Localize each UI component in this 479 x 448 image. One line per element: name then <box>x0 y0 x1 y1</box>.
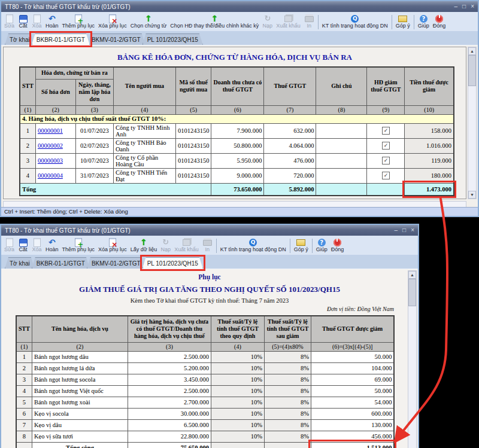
toolbar-button-cat[interactable]: Cắt <box>16 237 30 254</box>
toolbar-button-kt-tinh-trang[interactable]: KT tình trạng hoạt động DN <box>219 237 288 254</box>
cell: ✓ <box>367 123 405 138</box>
refresh-icon <box>262 14 272 23</box>
cell: Kẹo vị sữa tươi <box>32 431 128 442</box>
minimize-button[interactable]: – <box>395 227 398 233</box>
cell: 31/07/2023 <box>75 168 113 183</box>
maximize-button[interactable]: □ <box>462 4 466 10</box>
toolbar-button-in[interactable]: In <box>201 237 214 254</box>
refresh-icon <box>160 238 171 247</box>
reduce-vat-checkbox[interactable]: ✓ <box>382 172 390 179</box>
cell: 130.000 <box>311 419 394 431</box>
close-button[interactable]: × <box>471 4 474 10</box>
column-number: (10) <box>405 105 454 114</box>
tab-bkbr[interactable]: BKBR-01-1/GTGT <box>32 33 90 45</box>
content-area: BẢNG KÊ HÓA ĐƠN, CHỨNG TỪ HÀNG HÓA, DỊCH… <box>1 45 478 212</box>
toolbar-button-sua[interactable]: Sửa <box>2 237 16 254</box>
toolbar-button-gop-y[interactable]: Góp ý <box>292 237 310 254</box>
invoice-link[interactable]: 00000004 <box>38 172 63 179</box>
window-invoice-list: TT80 - Tờ khai thuế GTGT khấu trừ (01/GT… <box>0 0 479 217</box>
toolbar-button-lay-du-lieu[interactable]: Lấy dữ liệu <box>129 237 159 254</box>
reduce-vat-checkbox[interactable]: ✓ <box>382 127 390 135</box>
cell: 2 <box>16 362 32 374</box>
toolbar-button-xoa-phu-luc[interactable]: Xóa phụ lục <box>96 237 129 254</box>
cell: 00000002 <box>35 138 75 153</box>
table-row: 40000000431/07/2023Công ty TNHH Tiến Đạt… <box>20 168 454 183</box>
table-row: 30000000310/07/2023Công ty Cổ phần Hoàng… <box>20 153 454 168</box>
cell: 8% <box>264 374 311 385</box>
scrollbar-thumb[interactable] <box>468 55 476 86</box>
tab-pl101[interactable]: PL 101/2023/QH15 <box>143 33 203 45</box>
toolbar-button-dong[interactable]: Đóng <box>431 14 448 30</box>
toolbar-button-nap[interactable]: Nạp <box>260 14 274 30</box>
tab-bkbr[interactable]: BKBR-01-1/GTGT <box>32 257 90 269</box>
tab-pl101[interactable]: PL 101/2023/QH15 <box>143 257 203 269</box>
invoice-link[interactable]: 00000003 <box>38 157 63 164</box>
toolbar-button-sua[interactable]: Sửa <box>2 14 16 30</box>
toolbar-button-gop-y[interactable]: Góp ý <box>394 14 412 30</box>
toolbar-button-hoan[interactable]: Hoàn <box>44 14 60 30</box>
maximize-button[interactable]: □ <box>402 227 406 233</box>
cell: 2.500.000 <box>128 385 211 397</box>
toolbar-button-xoa[interactable]: Xóa <box>30 237 44 254</box>
toolbar-button-cat[interactable]: Cắt <box>16 14 30 30</box>
toolbar-button-nap[interactable]: Nạp <box>159 237 172 254</box>
column-number: (9) <box>367 105 405 114</box>
toolbar-button-label: Góp ý <box>396 23 410 29</box>
column-number: (2) <box>32 342 128 351</box>
toolbar-button-giup[interactable]: Giúp <box>416 14 431 30</box>
tab-bar: Tờ khaiBKBR-01-1/GTGTBKMV-01-2/GTGTPL 10… <box>1 31 478 45</box>
mail-icon <box>296 238 306 247</box>
doc-plus-icon <box>73 238 83 247</box>
cell: ✓ <box>367 153 405 168</box>
toolbar-button-giup[interactable]: Giúp <box>314 237 329 254</box>
cell: 1 <box>16 351 32 362</box>
toolbar-button-in[interactable]: In <box>302 14 316 30</box>
column-number: (4) <box>211 342 264 351</box>
minimize-button[interactable]: – <box>454 4 458 10</box>
toolbar-button-dong[interactable]: Đóng <box>329 237 346 254</box>
invoice-link[interactable]: 00000002 <box>38 142 63 149</box>
reduce-vat-checkbox[interactable]: ✓ <box>382 157 390 164</box>
vertical-scrollbar[interactable]: ▲ <box>408 270 417 448</box>
toolbar-button-kt-tinh-trang[interactable]: KT tình trạng hoạt động DN <box>320 14 390 30</box>
scroll-up-icon[interactable]: ▲ <box>408 271 416 279</box>
scroll-up-icon[interactable]: ▲ <box>468 47 476 55</box>
vertical-scrollbar[interactable]: ▲ ▼ <box>468 47 477 199</box>
tab-bkmv[interactable]: BKMV-01-2/GTGT <box>87 33 145 45</box>
column-header: Tiền thuế được giảm <box>405 67 454 105</box>
tab-to-khai[interactable]: Tờ khai <box>5 257 35 269</box>
cell: 632.000 <box>264 123 316 138</box>
toolbar-button-xoa-phu-luc[interactable]: Xóa phụ lục <box>96 14 129 30</box>
toolbar-button-xuat-khau[interactable]: Xuất khẩu <box>274 14 302 30</box>
column-number: (1) <box>20 105 35 114</box>
toolbar-button-hoan[interactable]: Hoàn <box>44 237 60 254</box>
close-button[interactable]: × <box>411 227 414 233</box>
scrollbar-thumb[interactable] <box>408 279 416 306</box>
help-icon <box>317 238 327 247</box>
toolbar-button-label: Hoàn <box>46 247 59 253</box>
cell: Công ty TNHH Bảo Oanh <box>113 138 175 153</box>
tab-bkmv[interactable]: BKMV-01-2/GTGT <box>87 257 145 269</box>
reduce-vat-checkbox[interactable]: ✓ <box>382 142 390 150</box>
column-header: Giá trị hàng hóa, dịch vụ chưa có thuế G… <box>128 316 211 342</box>
scroll-down-icon[interactable]: ▼ <box>468 191 476 199</box>
toolbar-button-them-phu-luc[interactable]: Thêm phụ lục <box>60 237 97 254</box>
mail-icon <box>398 14 408 23</box>
cell: Công ty Cổ phần Hoàng Cầu <box>113 153 175 168</box>
table-row: 5Bánh ngọt hương xoài2.700.00010%8%54.00… <box>16 397 394 408</box>
window-appendix: TT80 - Tờ khai thuế GTGT khấu trừ (01/GT… <box>0 224 419 448</box>
toolbar-button-them-phu-luc[interactable]: Thêm phụ lục <box>60 14 97 30</box>
toolbar-button-label: Nạp <box>263 23 273 29</box>
column-number: (6) <box>211 105 264 114</box>
check-status-icon <box>248 238 258 247</box>
toolbar-button-chon-chung-tu[interactable]: Chọn chứng từ <box>129 14 169 30</box>
invoice-link[interactable]: 00000001 <box>38 127 63 134</box>
table-row: 10000000101/07/2023Công ty TNHH Minh Anh… <box>20 123 454 138</box>
save-icon <box>18 14 28 23</box>
toolbar-button-chon-hd[interactable]: Chọn HĐ thay thế/điều chỉnh khác kỳ <box>168 14 260 30</box>
toolbar-separator <box>216 239 217 253</box>
toolbar-button-xuat-khau[interactable]: Xuất khẩu <box>172 237 201 254</box>
toolbar-button-xoa[interactable]: Xóa <box>30 14 44 30</box>
toolbar-button-label: In <box>307 23 312 29</box>
tab-to-khai[interactable]: Tờ khai <box>5 33 35 45</box>
